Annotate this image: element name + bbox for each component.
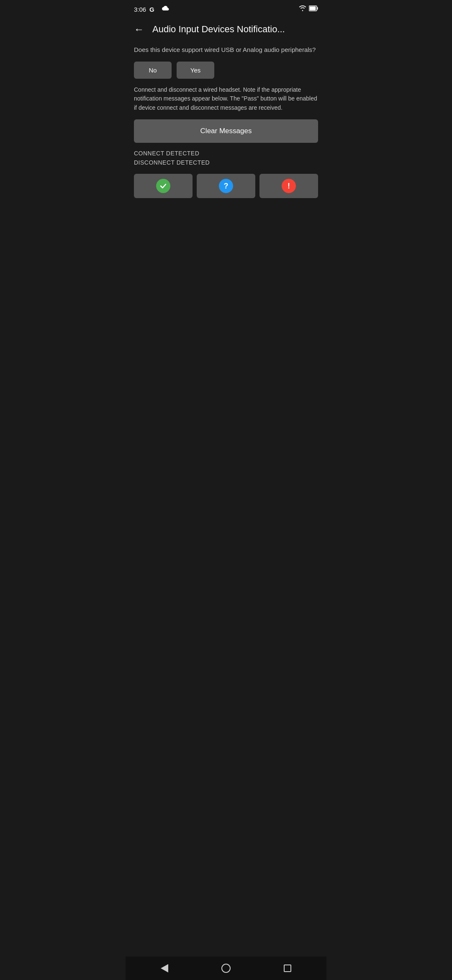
page-title: Audio Input Devices Notificatio... bbox=[152, 24, 285, 35]
pass-button[interactable] bbox=[134, 174, 193, 198]
question-text: Does this device support wired USB or An… bbox=[134, 45, 318, 55]
back-button[interactable]: ← bbox=[132, 22, 146, 37]
info-button[interactable]: ? bbox=[197, 174, 255, 198]
svg-rect-2 bbox=[310, 7, 316, 10]
pass-icon bbox=[156, 179, 170, 193]
nav-recents-button[interactable] bbox=[277, 958, 298, 978]
action-buttons: ? ! bbox=[134, 174, 318, 198]
svg-text:G: G bbox=[149, 6, 154, 13]
info-question-icon: ? bbox=[219, 179, 233, 193]
svg-rect-3 bbox=[317, 7, 318, 10]
instruction-text: Connect and disconnect a wired headset. … bbox=[134, 85, 318, 113]
header: ← Audio Input Devices Notificatio... bbox=[126, 17, 326, 42]
content-area: Does this device support wired USB or An… bbox=[126, 42, 326, 206]
nav-back-icon bbox=[161, 964, 168, 972]
nav-back-button[interactable] bbox=[154, 958, 175, 978]
connect-detected-label: CONNECT DETECTED bbox=[134, 149, 318, 158]
clear-messages-button[interactable]: Clear Messages bbox=[134, 119, 318, 143]
wifi-icon bbox=[299, 5, 306, 13]
nav-recents-icon bbox=[284, 965, 291, 972]
detection-messages: CONNECT DETECTED DISCONNECT DETECTED bbox=[134, 149, 318, 168]
back-arrow-icon: ← bbox=[134, 23, 144, 35]
battery-icon bbox=[309, 5, 318, 13]
google-icon: G bbox=[149, 5, 157, 13]
nav-bar bbox=[126, 957, 326, 980]
status-left: 3:06 G bbox=[134, 5, 170, 13]
no-button[interactable]: No bbox=[134, 62, 172, 79]
fail-exclamation-icon: ! bbox=[282, 179, 296, 193]
status-right bbox=[299, 5, 318, 13]
nav-home-button[interactable] bbox=[216, 958, 236, 978]
nav-home-icon bbox=[221, 964, 231, 973]
disconnect-detected-label: DISCONNECT DETECTED bbox=[134, 158, 318, 167]
choice-buttons: No Yes bbox=[134, 62, 318, 79]
cloud-icon bbox=[160, 5, 170, 13]
status-bar: 3:06 G bbox=[126, 0, 326, 17]
yes-button[interactable]: Yes bbox=[177, 62, 214, 79]
fail-button[interactable]: ! bbox=[259, 174, 318, 198]
status-time: 3:06 bbox=[134, 6, 146, 13]
